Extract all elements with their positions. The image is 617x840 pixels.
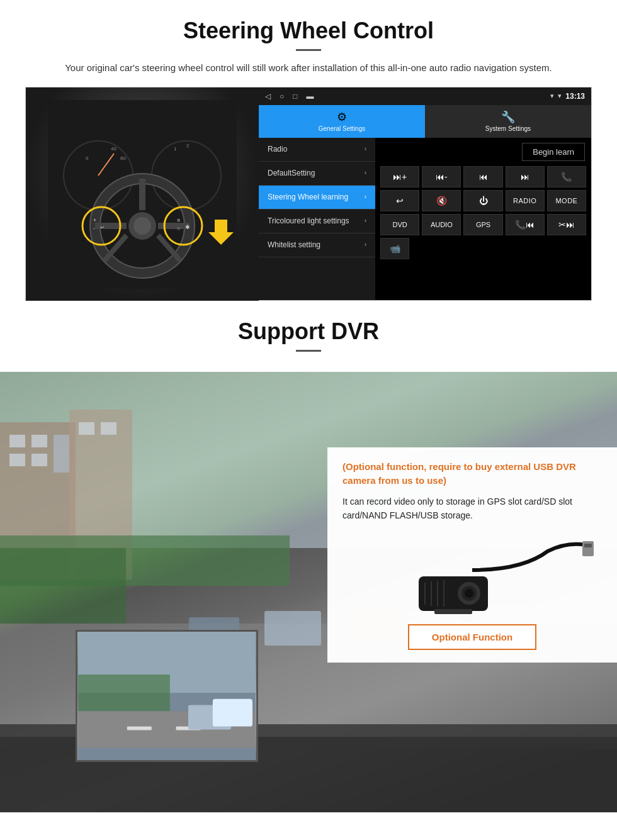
gear-icon: ⚙: [337, 110, 347, 124]
tab-general-settings[interactable]: ⚙ General Settings: [259, 105, 425, 138]
status-icons-group: ▾ ▾ 13:13: [550, 92, 585, 101]
svg-text:40: 40: [111, 146, 116, 152]
menu-item-whitelist[interactable]: Whitelist setting ›: [259, 233, 375, 257]
dvr-thumb-content: [77, 632, 256, 760]
steering-title: Steering Wheel Control: [25, 18, 592, 44]
dvr-optional-text: (Optional function, require to buy exter…: [342, 460, 602, 488]
chevron-right-icon: ›: [365, 217, 366, 225]
cut-next-btn[interactable]: ✂⏭: [547, 214, 586, 235]
svg-text:0: 0: [86, 155, 89, 161]
dvr-title-area: Support DVR: [0, 301, 617, 372]
begin-learn-button[interactable]: Begin learn: [522, 143, 585, 161]
svg-rect-51: [78, 675, 170, 711]
chevron-right-icon: ›: [365, 193, 366, 201]
steering-wheel-image: 0 40 80 1 2: [48, 100, 237, 289]
svg-rect-36: [101, 422, 116, 435]
radio-btn[interactable]: RADIO: [506, 190, 545, 211]
control-row-2: ↩ 🔇 ⏻ RADIO MODE: [380, 190, 586, 211]
menu-default-label: DefaultSetting: [268, 169, 315, 177]
svg-rect-35: [79, 422, 94, 435]
steering-ui-container: 0 40 80 1 2: [25, 87, 592, 301]
dvr-thumb-svg: [77, 632, 256, 760]
menu-item-radio[interactable]: Radio ›: [259, 138, 375, 162]
svg-text:○: ○: [177, 225, 180, 232]
svg-rect-56: [213, 698, 252, 726]
back-btn[interactable]: ↩: [380, 190, 419, 211]
chevron-right-icon: ›: [365, 145, 366, 153]
control-grid: ⏭+ ⏮- ⏮ ⏭ 📞 ↩ 🔇 ⏻ RADIO MODE: [378, 166, 589, 259]
menu-steering-label: Steering Wheel learning: [268, 193, 348, 201]
svg-text:-: -: [93, 225, 95, 232]
menu-item-steering[interactable]: Steering Wheel learning ›: [259, 186, 375, 210]
svg-text:✱: ✱: [185, 224, 190, 230]
next-track-btn[interactable]: ⏭: [506, 166, 545, 188]
prev-track-btn[interactable]: ⏮: [463, 166, 502, 188]
home-nav-icon[interactable]: ○: [280, 92, 284, 101]
svg-rect-53: [127, 726, 152, 730]
begin-learn-row: Begin learn: [378, 140, 589, 164]
menu-radio-label: Radio: [268, 145, 287, 154]
menu-whitelist-label: Whitelist setting: [268, 240, 320, 249]
tab-system-settings[interactable]: 🔧 System Settings: [425, 105, 591, 138]
svg-text:≡: ≡: [177, 217, 180, 223]
menu-item-tricoloured[interactable]: Tricoloured light settings ›: [259, 210, 375, 233]
tab-bar: ⚙ General Settings 🔧 System Settings: [259, 105, 591, 138]
svg-point-17: [133, 217, 151, 235]
menu-controls-area: Radio › DefaultSetting › Steering Wheel …: [259, 138, 591, 300]
menu-item-default[interactable]: DefaultSetting ›: [259, 162, 375, 186]
wifi-icon: ▾: [550, 92, 554, 100]
dvr-info-card: (Optional function, require to buy exter…: [327, 447, 617, 663]
svg-text:1: 1: [174, 146, 177, 152]
dvr-thumbnail: [76, 630, 258, 762]
gps-btn[interactable]: GPS: [463, 214, 502, 235]
dvr-background: (Optional function, require to buy exter…: [0, 372, 617, 812]
svg-rect-31: [9, 454, 25, 466]
svg-rect-32: [31, 454, 47, 466]
steering-section: Steering Wheel Control Your original car…: [0, 0, 617, 301]
audio-btn[interactable]: AUDIO: [422, 214, 461, 235]
dvr-camera-svg: [346, 532, 598, 614]
left-menu: Radio › DefaultSetting › Steering Wheel …: [259, 138, 375, 300]
signal-icon: ▾: [558, 92, 562, 100]
dvr-desc-text: It can record video only to storage in G…: [342, 495, 602, 523]
dvr-title: Support DVR: [25, 318, 592, 345]
svg-text:80: 80: [120, 155, 126, 161]
svg-text:2: 2: [186, 143, 190, 148]
svg-rect-29: [9, 435, 25, 447]
mode-btn[interactable]: MODE: [547, 190, 586, 211]
android-panel: ◁ ○ □ ▬ ▾ ▾ 13:13 ⚙ General Settings: [259, 87, 591, 300]
right-controls-panel: Begin learn ⏭+ ⏮- ⏮ ⏭ 📞 ↩ 🔇: [375, 138, 591, 300]
wrench-icon: 🔧: [501, 110, 515, 124]
menu-nav-icon[interactable]: ▬: [307, 92, 314, 101]
menu-tricolour-label: Tricoloured light settings: [268, 216, 349, 225]
phone-btn[interactable]: 📞: [547, 166, 586, 188]
vol-down-btn[interactable]: ⏮-: [422, 166, 461, 188]
dvr-icon-btn[interactable]: 📹: [380, 238, 409, 259]
back-nav-icon[interactable]: ◁: [265, 92, 271, 101]
steering-photo-panel: 0 40 80 1 2: [26, 87, 259, 301]
status-time: 13:13: [565, 92, 585, 101]
status-bar: ◁ ○ □ ▬ ▾ ▾ 13:13: [259, 87, 591, 105]
control-row-4: 📹: [380, 238, 586, 259]
recent-nav-icon[interactable]: □: [293, 92, 297, 101]
dvr-camera-illustration: [342, 532, 602, 614]
svg-rect-38: [0, 548, 126, 624]
dvr-section: Support DVR: [0, 301, 617, 812]
phone-prev-btn[interactable]: 📞⏮: [506, 214, 545, 235]
mute-btn[interactable]: 🔇: [422, 190, 461, 211]
svg-rect-43: [264, 611, 321, 646]
dvr-title-divider: [296, 350, 321, 352]
dvd-btn[interactable]: DVD: [380, 214, 419, 235]
nav-icons-group: ◁ ○ □ ▬: [265, 92, 314, 101]
vol-up-btn[interactable]: ⏭+: [380, 166, 419, 188]
svg-rect-68: [434, 609, 472, 614]
title-divider: [296, 49, 321, 51]
optional-function-button[interactable]: Optional Function: [408, 624, 536, 650]
control-row-1: ⏭+ ⏮- ⏮ ⏭ 📞: [380, 166, 586, 188]
steering-desc: Your original car's steering wheel contr…: [25, 61, 592, 76]
svg-text:↩: ↩: [100, 225, 105, 230]
power-btn[interactable]: ⏻: [463, 190, 502, 211]
control-row-3: DVD AUDIO GPS 📞⏮ ✂⏭: [380, 214, 586, 235]
tab-general-label: General Settings: [319, 125, 366, 132]
svg-rect-57: [582, 541, 594, 556]
